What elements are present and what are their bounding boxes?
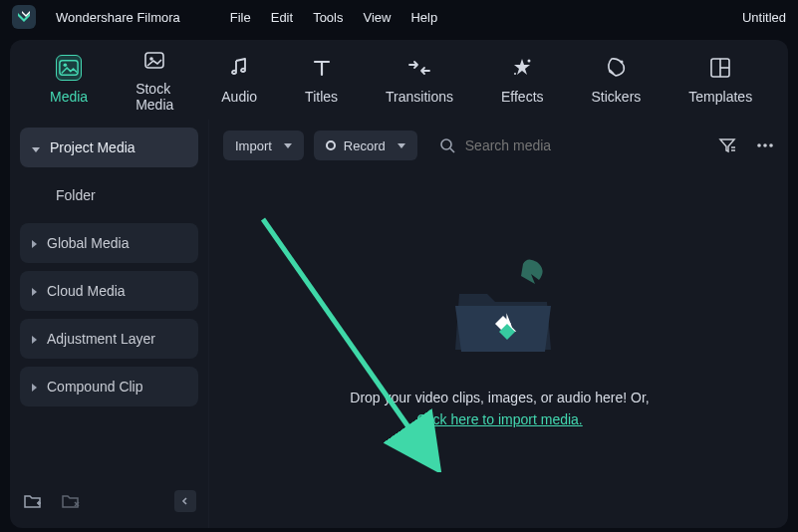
svg-point-15 (769, 143, 773, 147)
app-name: Wondershare Filmora (56, 10, 180, 25)
svg-point-13 (757, 143, 761, 147)
sidebar-item-label: Project Media (50, 139, 135, 155)
collapse-sidebar-button[interactable] (174, 490, 196, 512)
workspace: Media Stock Media Audio Titles Transitio… (10, 40, 788, 528)
search-input[interactable] (465, 137, 645, 153)
media-icon (56, 55, 82, 81)
svg-point-9 (441, 139, 451, 149)
tab-stock-media[interactable]: Stock Media (135, 47, 173, 113)
tab-label: Transitions (386, 89, 453, 105)
record-label: Record (344, 138, 386, 153)
sidebar-item-global-media[interactable]: Global Media (20, 223, 198, 263)
toolbar: Import Record (223, 128, 776, 163)
record-icon (326, 140, 336, 150)
tab-label: Titles (305, 89, 338, 105)
record-button[interactable]: Record (314, 131, 417, 160)
tab-label: Stickers (592, 89, 642, 105)
import-button[interactable]: Import (223, 131, 304, 160)
tab-titles[interactable]: Titles (305, 55, 338, 105)
menu-tools[interactable]: Tools (313, 10, 343, 25)
import-label: Import (235, 138, 272, 153)
sidebar-item-label: Global Media (47, 235, 130, 251)
menu-file[interactable]: File (230, 10, 251, 25)
sidebar-item-adjustment-layer[interactable]: Adjustment Layer (20, 319, 198, 359)
tab-stickers[interactable]: Stickers (592, 55, 642, 105)
tab-effects[interactable]: Effects (501, 55, 544, 105)
tab-label: Templates (688, 89, 752, 105)
templates-icon (707, 55, 733, 81)
delete-folder-icon[interactable] (60, 490, 82, 512)
svg-point-5 (621, 61, 624, 64)
tab-label: Media (50, 89, 88, 105)
menu-edit[interactable]: Edit (271, 10, 293, 25)
new-folder-icon[interactable] (22, 490, 44, 512)
tab-media[interactable]: Media (50, 55, 88, 105)
svg-point-1 (64, 63, 68, 67)
tabbar: Media Stock Media Audio Titles Transitio… (10, 40, 788, 120)
effects-icon (509, 55, 535, 81)
caret-right-icon (32, 283, 37, 299)
dropzone-text: Drop your video clips, images, or audio … (350, 390, 649, 405)
svg-point-3 (528, 60, 531, 63)
import-folder-graphic (445, 254, 555, 354)
svg-point-14 (763, 143, 767, 147)
tab-templates[interactable]: Templates (688, 55, 752, 105)
tab-audio[interactable]: Audio (221, 55, 257, 105)
caret-down-icon (32, 139, 40, 155)
stock-media-icon (141, 47, 167, 73)
sidebar: Project Media Folder Global Media Cloud … (10, 120, 209, 528)
menu-help[interactable]: Help (410, 10, 437, 25)
sidebar-item-label: Adjustment Layer (47, 331, 155, 347)
svg-point-4 (514, 73, 516, 75)
filter-icon[interactable] (716, 134, 738, 156)
app-logo (12, 5, 36, 29)
sidebar-item-label: Cloud Media (47, 283, 126, 299)
search-icon (439, 137, 455, 153)
audio-icon (226, 55, 252, 81)
tab-transitions[interactable]: Transitions (386, 55, 453, 105)
document-title: Untitled (742, 10, 786, 25)
tab-label: Stock Media (135, 81, 173, 113)
sidebar-item-label: Folder (56, 187, 96, 203)
titlebar: Wondershare Filmora File Edit Tools View… (0, 0, 798, 34)
content-panel: Import Record (209, 120, 788, 528)
caret-right-icon (32, 235, 37, 251)
import-media-link[interactable]: Click here to import media. (416, 411, 583, 427)
stickers-icon (603, 55, 629, 81)
tab-label: Effects (501, 89, 544, 105)
menu-view[interactable]: View (363, 10, 391, 25)
main-row: Project Media Folder Global Media Cloud … (10, 120, 788, 528)
caret-right-icon (32, 379, 37, 395)
sidebar-item-cloud-media[interactable]: Cloud Media (20, 271, 198, 311)
sidebar-item-project-media[interactable]: Project Media (20, 128, 198, 167)
svg-line-10 (450, 148, 454, 152)
sidebar-item-label: Compound Clip (47, 379, 143, 395)
tab-label: Audio (221, 89, 257, 105)
svg-point-2 (149, 57, 153, 61)
caret-right-icon (32, 331, 37, 347)
sidebar-item-folder[interactable]: Folder (20, 175, 198, 215)
annotation-arrow (255, 213, 444, 472)
sidebar-footer (20, 484, 198, 518)
svg-line-16 (263, 219, 430, 458)
more-icon[interactable] (754, 134, 776, 156)
sidebar-item-compound-clip[interactable]: Compound Clip (20, 367, 198, 406)
transitions-icon (406, 55, 432, 81)
titles-icon (309, 55, 335, 81)
dropzone[interactable]: Drop your video clips, images, or audio … (223, 163, 776, 518)
